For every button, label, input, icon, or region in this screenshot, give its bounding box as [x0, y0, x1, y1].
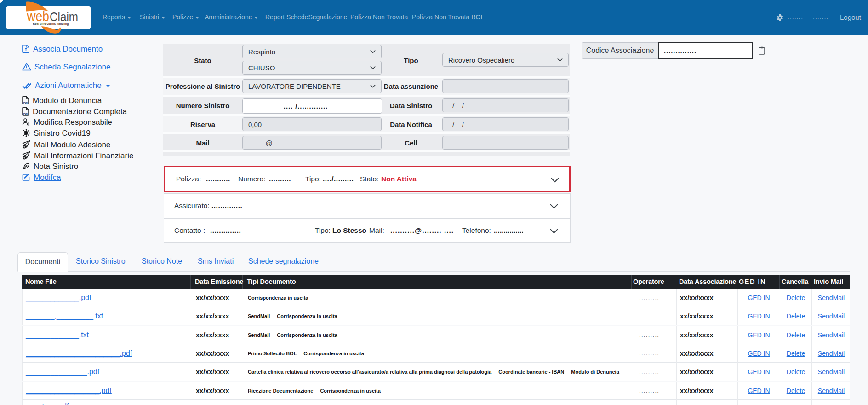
svg-text:PDF: PDF	[23, 101, 29, 104]
svg-text:Real time claims handling: Real time claims handling	[33, 22, 69, 26]
svg-text:PDF: PDF	[23, 112, 29, 115]
